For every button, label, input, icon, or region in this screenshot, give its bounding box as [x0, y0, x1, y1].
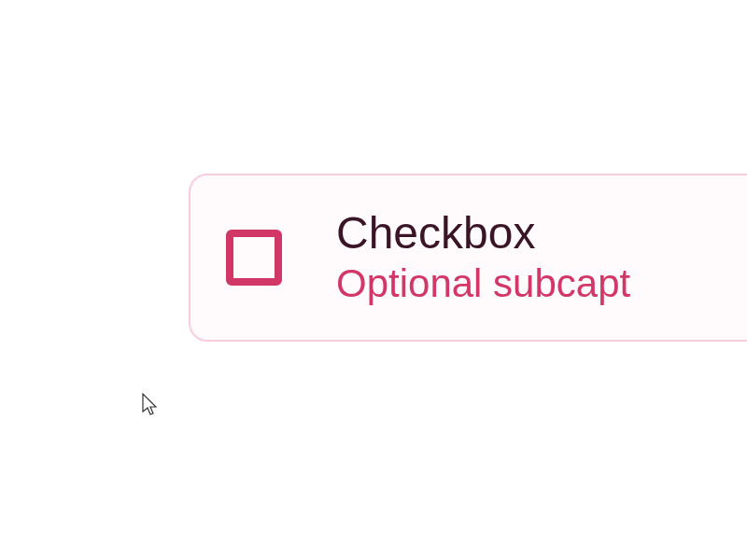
checkbox-card[interactable]: Checkbox Optional subcapt	[189, 174, 747, 342]
checkbox-input[interactable]	[226, 230, 282, 286]
cursor-icon	[142, 393, 159, 417]
checkbox-labels: Checkbox Optional subcapt	[336, 207, 630, 308]
checkbox-title: Checkbox	[336, 207, 630, 259]
checkbox-subcaption: Optional subcapt	[336, 260, 630, 307]
